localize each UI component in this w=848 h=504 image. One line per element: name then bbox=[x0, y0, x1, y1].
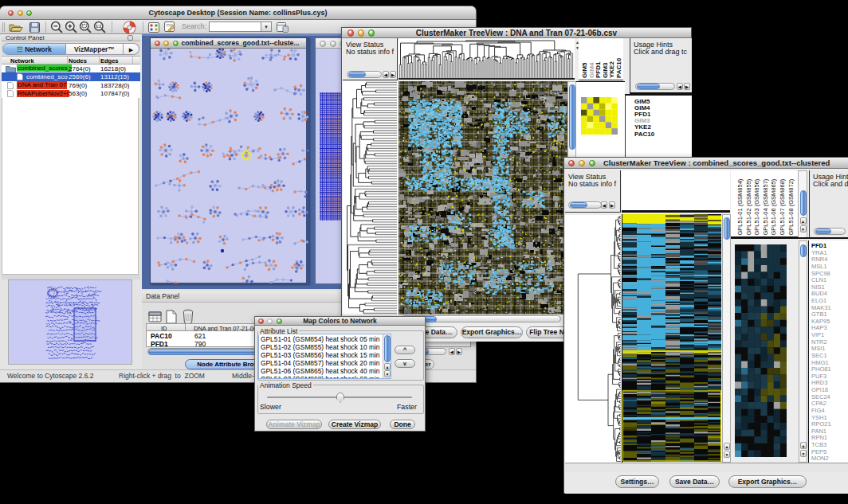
svg-text:1:1: 1:1 bbox=[96, 24, 101, 29]
